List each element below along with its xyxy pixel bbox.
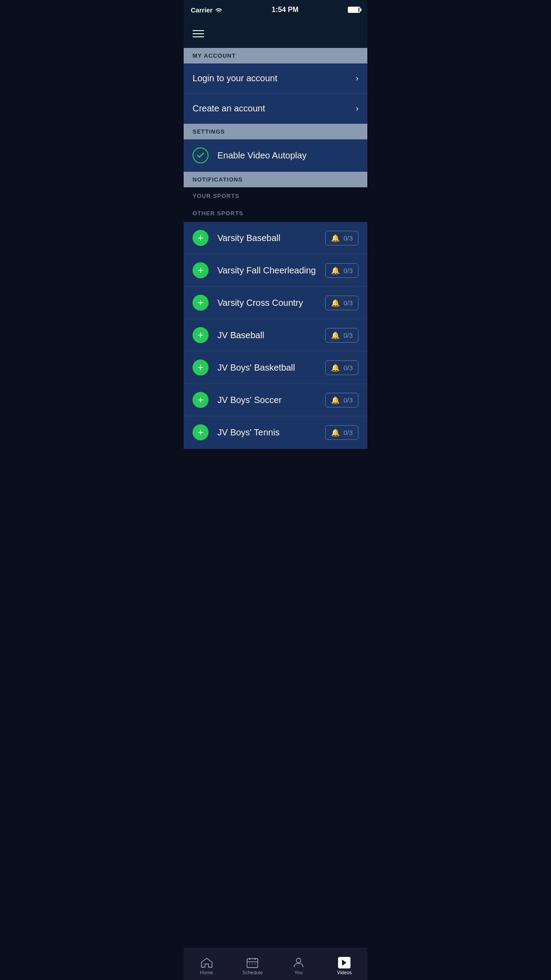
notification-count-cheerleading: 0/3 <box>343 267 353 274</box>
sport-name-jv-boys-soccer: JV Boys' Soccer <box>217 395 282 405</box>
sport-item-jv-baseball[interactable]: + JV Baseball 🔔 0/3 <box>184 319 367 352</box>
notification-badge-jv-baseball[interactable]: 🔔 0/3 <box>325 328 358 343</box>
notification-badge-baseball[interactable]: 🔔 0/3 <box>325 231 358 245</box>
sport-name-varsity-cross-country: Varsity Cross Country <box>217 298 303 308</box>
add-sport-button-jv-basketball[interactable]: + <box>193 360 209 375</box>
notification-badge-jv-basketball[interactable]: 🔔 0/3 <box>325 360 358 375</box>
sport-name-jv-boys-tennis: JV Boys' Tennis <box>217 427 279 438</box>
notifications-section-header: NOTIFICATIONS <box>184 172 367 187</box>
notification-count-jv-tennis: 0/3 <box>343 429 353 436</box>
add-sport-button-cross-country[interactable]: + <box>193 295 209 311</box>
login-menu-item[interactable]: Login to your account › <box>184 63 367 94</box>
sport-item-jv-boys-tennis[interactable]: + JV Boys' Tennis 🔔 0/3 <box>184 416 367 449</box>
notification-count-jv-baseball: 0/3 <box>343 332 353 339</box>
enable-autoplay-item[interactable]: Enable Video Autoplay <box>184 139 367 172</box>
notification-count-cross-country: 0/3 <box>343 299 353 307</box>
bell-icon-jv-tennis: 🔔 <box>331 428 340 437</box>
add-sport-button-baseball[interactable]: + <box>193 230 209 246</box>
status-bar: Carrier 1:54 PM <box>184 0 367 20</box>
bell-icon-jv-soccer: 🔔 <box>331 396 340 404</box>
notification-badge-cross-country[interactable]: 🔔 0/3 <box>325 296 358 310</box>
notification-badge-jv-tennis[interactable]: 🔔 0/3 <box>325 425 358 440</box>
autoplay-label: Enable Video Autoplay <box>217 150 307 161</box>
notification-badge-jv-soccer[interactable]: 🔔 0/3 <box>325 393 358 407</box>
battery-icon <box>348 7 360 13</box>
settings-section-header: SETTINGS <box>184 124 367 139</box>
sport-item-varsity-cross-country[interactable]: + Varsity Cross Country 🔔 0/3 <box>184 287 367 319</box>
battery-indicator <box>348 7 360 13</box>
bell-icon-jv-basketball: 🔔 <box>331 364 340 372</box>
app-header <box>184 20 367 48</box>
notification-count-baseball: 0/3 <box>343 234 353 242</box>
bell-icon-cross-country: 🔔 <box>331 299 340 307</box>
notification-count-jv-basketball: 0/3 <box>343 364 353 371</box>
sport-name-jv-baseball: JV Baseball <box>217 330 264 340</box>
carrier-text: Carrier <box>191 6 213 14</box>
login-label: Login to your account <box>193 73 277 83</box>
content-area: MY ACCOUNT Login to your account › Creat… <box>184 48 367 481</box>
carrier-info: Carrier <box>191 6 222 14</box>
other-sports-subheader: OTHER SPORTS <box>184 205 367 222</box>
sport-name-jv-boys-basketball: JV Boys' Basketball <box>217 363 295 373</box>
hamburger-menu-button[interactable] <box>193 30 204 37</box>
bell-icon-jv-baseball: 🔔 <box>331 331 340 340</box>
checkmark-icon <box>196 151 205 160</box>
add-sport-button-cheerleading[interactable]: + <box>193 262 209 278</box>
add-sport-button-jv-soccer[interactable]: + <box>193 392 209 408</box>
bell-icon-baseball: 🔔 <box>331 234 340 242</box>
add-sport-button-jv-baseball[interactable]: + <box>193 327 209 343</box>
add-sport-button-jv-tennis[interactable]: + <box>193 424 209 440</box>
sport-item-varsity-baseball[interactable]: + Varsity Baseball 🔔 0/3 <box>184 222 367 254</box>
create-account-menu-item[interactable]: Create an account › <box>184 94 367 124</box>
sport-name-varsity-cheerleading: Varsity Fall Cheerleading <box>217 265 316 276</box>
sport-name-varsity-baseball: Varsity Baseball <box>217 233 280 243</box>
sport-item-jv-boys-basketball[interactable]: + JV Boys' Basketball 🔔 0/3 <box>184 352 367 384</box>
my-account-section-header: MY ACCOUNT <box>184 48 367 63</box>
your-sports-subheader: YOUR SPORTS <box>184 187 367 205</box>
bell-icon-cheerleading: 🔔 <box>331 266 340 275</box>
notification-badge-cheerleading[interactable]: 🔔 0/3 <box>325 263 358 278</box>
sport-item-varsity-cheerleading[interactable]: + Varsity Fall Cheerleading 🔔 0/3 <box>184 254 367 287</box>
chevron-right-icon: › <box>356 74 358 83</box>
wifi-icon <box>215 7 222 12</box>
sport-item-jv-boys-soccer[interactable]: + JV Boys' Soccer 🔔 0/3 <box>184 384 367 416</box>
chevron-right-icon-2: › <box>356 104 358 113</box>
create-account-label: Create an account <box>193 103 265 114</box>
autoplay-check-circle <box>193 147 209 163</box>
notification-count-jv-soccer: 0/3 <box>343 396 353 404</box>
time-display: 1:54 PM <box>272 6 298 14</box>
